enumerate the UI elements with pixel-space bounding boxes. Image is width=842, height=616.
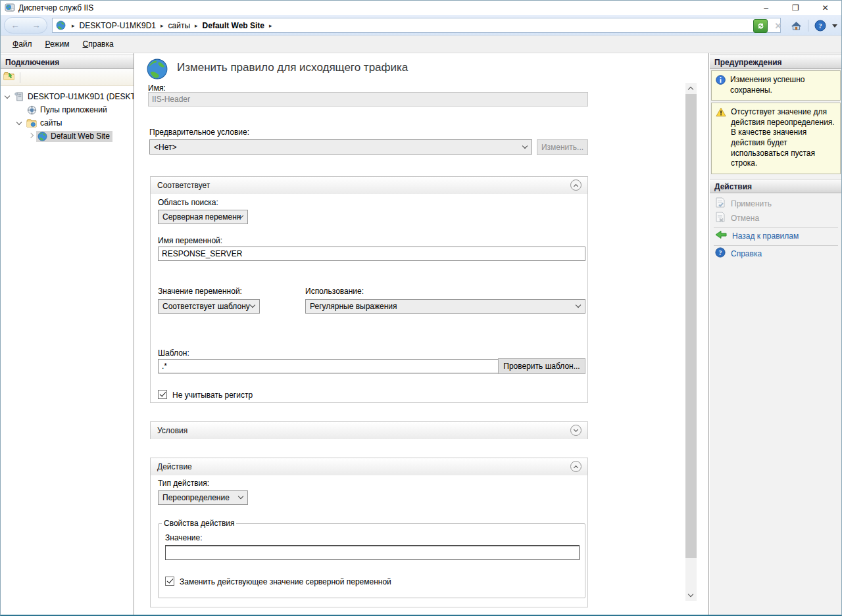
chevron-expanded-icon[interactable]: [16, 120, 22, 126]
help-link[interactable]: ? Справка: [710, 247, 842, 260]
using-label: Использование:: [305, 287, 364, 296]
chevron-collapsed-icon[interactable]: [28, 133, 34, 139]
replace-value-label: Заменить действующее значение серверной …: [180, 577, 391, 586]
breadcrumb-item-sites[interactable]: сайты: [168, 21, 191, 30]
connections-tree: DESKTOP-U1MK9D1 (DESKTOI Пулы приложений…: [1, 86, 134, 143]
warnings-header: Предупреждения: [710, 55, 842, 69]
warning-icon: [716, 107, 726, 169]
alert-text: Изменения успешно сохранены.: [730, 75, 837, 95]
tree-item-server[interactable]: DESKTOP-U1MK9D1 (DESKTOI: [1, 90, 134, 103]
breadcrumb-item-default-web-site[interactable]: Default Web Site: [203, 21, 264, 30]
alert-info: Изменения успешно сохранены.: [711, 70, 841, 101]
action-type-label: Тип действия:: [158, 479, 209, 488]
scrollbar-thumb[interactable]: [685, 94, 697, 558]
feature-view: Изменить правило для исходящего трафика …: [135, 53, 709, 615]
title-bar: Диспетчер служб IIS – ❐ ✕: [1, 1, 841, 15]
tree-item-app-pools[interactable]: Пулы приложений: [1, 103, 134, 116]
scope-select[interactable]: Серверная переменн: [158, 210, 248, 224]
breadcrumb-separator-icon: ▸: [195, 22, 198, 29]
refresh-icon[interactable]: [753, 19, 768, 33]
pattern-input[interactable]: [158, 359, 499, 373]
page-title: Изменить правило для исходящего трафика: [177, 61, 408, 74]
window-title: Диспетчер служб IIS: [18, 3, 93, 12]
globe-icon: [37, 131, 47, 141]
tree-item-sites[interactable]: сайты: [1, 116, 134, 130]
scroll-down-icon[interactable]: [685, 590, 697, 601]
action-properties-title: Свойства действия: [162, 519, 236, 528]
breadcrumb-separator-icon: ▸: [269, 22, 272, 29]
expand-icon[interactable]: [570, 425, 582, 436]
match-section-header[interactable]: Соответствует: [151, 177, 587, 194]
right-panel: Предупреждения Изменения успешно сохране…: [710, 53, 842, 615]
replace-value-checkbox[interactable]: [165, 577, 174, 586]
selected-tree-item[interactable]: Default Web Site: [36, 131, 112, 142]
application-pools-icon: [27, 105, 37, 115]
tree-item-default-web-site[interactable]: Default Web Site: [1, 130, 134, 143]
back-to-rules-link[interactable]: Назад к правилам: [710, 229, 842, 243]
menu-file[interactable]: Файл: [6, 37, 39, 51]
action-section-header[interactable]: Действие: [151, 458, 587, 475]
scroll-up-icon[interactable]: [685, 83, 697, 94]
breadcrumb-separator-icon: ▸: [161, 22, 164, 29]
alert-text: Отсутствует значение для действия переоп…: [731, 107, 837, 169]
breadcrumb-separator-icon: ▸: [72, 22, 75, 29]
menu-view[interactable]: Режим: [39, 37, 76, 51]
menu-bar: Файл Режим Справка: [1, 36, 841, 53]
globe-icon: [56, 20, 66, 30]
collapse-icon[interactable]: [570, 179, 582, 191]
tree-item-label: DESKTOP-U1MK9D1 (DESKTOI: [28, 92, 134, 101]
sites-folder-icon: [26, 118, 37, 128]
connections-header: Подключения: [1, 55, 134, 69]
action-type-select[interactable]: Переопределение: [158, 490, 248, 505]
tree-item-label: сайты: [40, 118, 62, 128]
value-label: Значение:: [165, 533, 203, 542]
nav-back-forward: ← →: [4, 17, 47, 34]
precondition-label: Предварительное условие:: [149, 128, 249, 137]
variable-name-label: Имя переменной:: [158, 236, 222, 245]
ignore-case-label: Не учитывать регистр: [172, 391, 253, 400]
cancel-button: Отмена: [710, 212, 842, 225]
divider: [714, 227, 838, 228]
chevron-down-icon[interactable]: [832, 24, 837, 28]
using-select[interactable]: Регулярные выражения: [305, 299, 585, 314]
chevron-down-icon: [238, 494, 243, 499]
divider: [714, 245, 838, 246]
breadcrumb[interactable]: ▸ DESKTOP-U1MK9D1 ▸ сайты ▸ Default Web …: [52, 18, 781, 33]
svg-text:?: ?: [719, 249, 722, 256]
restore-button[interactable]: ❐: [781, 1, 810, 15]
close-button[interactable]: ✕: [810, 1, 840, 15]
vertical-scrollbar[interactable]: [685, 83, 697, 601]
help-icon[interactable]: ?: [813, 19, 828, 33]
chevron-expanded-icon[interactable]: [5, 94, 11, 100]
edit-precondition-button: Изменить...: [537, 139, 588, 155]
home-icon[interactable]: [789, 19, 803, 33]
variable-name-input[interactable]: [158, 247, 585, 261]
connections-toolbar: [1, 69, 134, 86]
iis-manager-window: Диспетчер служб IIS – ❐ ✕ ← → ▸ DESKTOP-…: [0, 0, 842, 616]
conditions-section-header[interactable]: Условия: [151, 422, 587, 439]
minimize-button[interactable]: –: [751, 1, 781, 15]
help-icon: ?: [715, 247, 726, 260]
cancel-icon: [715, 212, 726, 224]
pattern-label: Шаблон:: [158, 348, 189, 358]
back-arrow-icon: [715, 230, 727, 241]
server-icon: [14, 92, 24, 102]
action-section: Действие Тип действия: Переопределение С…: [150, 458, 588, 607]
precondition-select[interactable]: <Нет>: [149, 139, 532, 154]
test-pattern-button[interactable]: Проверить шаблон...: [498, 358, 585, 374]
menu-help[interactable]: Справка: [76, 37, 120, 51]
connect-icon[interactable]: [3, 71, 14, 83]
apply-button: Применить: [710, 197, 842, 210]
collapse-icon[interactable]: [570, 461, 582, 472]
chevron-down-icon: [522, 143, 528, 148]
back-icon[interactable]: ←: [11, 20, 20, 30]
name-label: Имя:: [148, 83, 166, 93]
breadcrumb-item-server[interactable]: DESKTOP-U1MK9D1: [80, 21, 156, 30]
ignore-case-checkbox[interactable]: [158, 390, 167, 399]
app-icon: [5, 3, 15, 15]
operand-select[interactable]: Соответствует шаблону: [158, 299, 260, 314]
actions-header: Действия: [710, 179, 842, 193]
forward-icon[interactable]: →: [32, 20, 41, 30]
apply-icon: [715, 197, 726, 210]
value-input[interactable]: [165, 545, 580, 560]
